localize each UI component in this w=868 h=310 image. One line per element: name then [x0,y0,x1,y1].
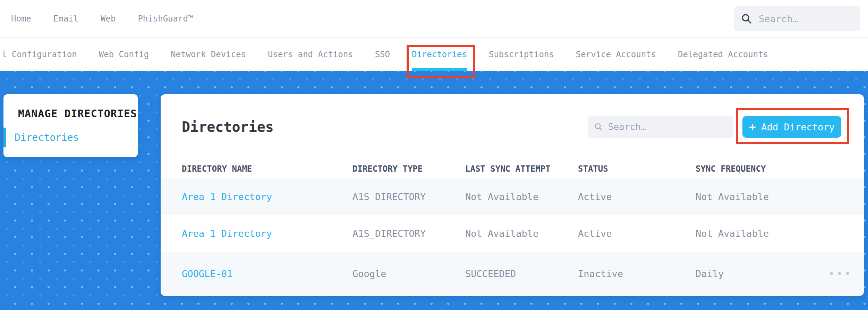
table-header-row: DIRECTORY NAME DIRECTORY TYPE LAST SYNC … [161,160,864,178]
table-row: Area 1 Directory A1S_DIRECTORY Not Avail… [161,215,864,252]
tab-delegated-accounts[interactable]: Delegated Accounts [678,38,768,71]
cell-directory-type: Google [352,268,465,279]
cell-directory-name[interactable]: Area 1 Directory [182,228,352,239]
directories-panel: Directories + Add Directory DIRECTORY NA… [161,94,864,296]
tab-email-configuration[interactable]: l Configuration [2,38,77,71]
global-search-box[interactable] [734,6,860,31]
cell-status: Active [578,191,696,202]
add-directory-button-label: Add Directory [761,122,834,132]
page-title: Directories [182,119,274,135]
table-row: Area 1 Directory A1S_DIRECTORY Not Avail… [161,178,864,215]
cell-last-sync-attempt: Not Available [465,191,578,202]
col-sync-frequency: SYNC FREQUENCY [696,164,818,174]
table-row: GOOGLE-01 Google SUCCEEDED Inactive Dail… [161,252,864,296]
cell-sync-frequency: Daily [696,268,818,279]
cell-directory-name[interactable]: Area 1 Directory [182,191,352,202]
col-directory-name: DIRECTORY NAME [182,164,352,174]
sidebar-item-directories[interactable]: Directories [3,128,138,147]
top-nav-bar: Home Email Web PhishGuard™ [0,0,868,38]
cell-last-sync-attempt: SUCCEEDED [465,268,578,279]
tab-service-accounts[interactable]: Service Accounts [576,38,656,71]
col-status: STATUS [578,164,696,174]
top-nav-items: Home Email Web PhishGuard™ [11,14,193,24]
panel-header: Directories + Add Directory [161,94,864,160]
cell-status: Active [578,228,696,239]
workspace-background: MANAGE DIRECTORIES Directories Directori… [0,71,868,310]
tab-sso[interactable]: SSO [375,38,390,71]
tab-directories[interactable]: Directories [412,38,467,71]
col-last-sync-attempt: LAST SYNC ATTEMPT [465,164,578,174]
nav-item-home[interactable]: Home [11,14,31,24]
tab-subscriptions[interactable]: Subscriptions [489,38,554,71]
sidebar-title: MANAGE DIRECTORIES [18,107,138,120]
nav-item-phishguard[interactable]: PhishGuard™ [138,14,193,24]
row-more-menu-icon[interactable]: ••• [818,268,852,280]
global-search-input[interactable] [759,14,853,24]
cell-sync-frequency: Not Available [696,228,818,239]
cell-directory-type: A1S_DIRECTORY [352,191,465,202]
cell-directory-type: A1S_DIRECTORY [352,228,465,239]
directories-search-box[interactable] [588,116,733,138]
nav-item-email[interactable]: Email [53,14,78,24]
cell-status: Inactive [578,268,696,279]
add-directory-button[interactable]: + Add Directory [742,116,841,138]
tab-web-config[interactable]: Web Config [99,38,149,71]
cell-last-sync-attempt: Not Available [465,228,578,239]
settings-tab-bar: l Configuration Web Config Network Devic… [0,38,868,71]
cell-sync-frequency: Not Available [696,191,818,202]
col-directory-type: DIRECTORY TYPE [352,164,465,174]
nav-item-web[interactable]: Web [101,14,116,24]
tab-users-and-actions[interactable]: Users and Actions [268,38,353,71]
tab-network-devices[interactable]: Network Devices [171,38,246,71]
search-icon [594,122,603,132]
search-icon [741,13,752,25]
directories-search-input[interactable] [608,122,727,132]
plus-icon: + [749,121,756,132]
panel-header-actions: + Add Directory [588,116,841,138]
cell-directory-name[interactable]: GOOGLE-01 [182,268,352,279]
manage-directories-card: MANAGE DIRECTORIES Directories [3,94,138,157]
